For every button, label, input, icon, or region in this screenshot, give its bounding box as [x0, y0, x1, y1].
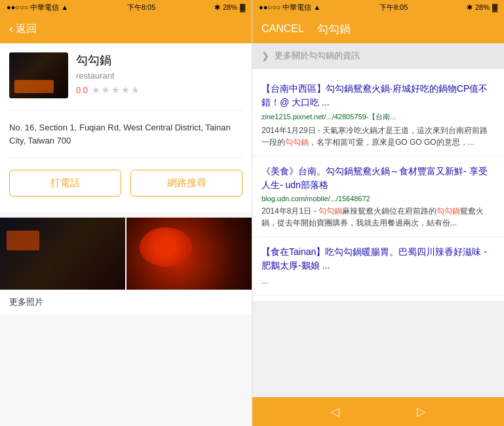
right-nav-bar: CANCEL 勾勾鍋: [252, 14, 504, 43]
web-search-button[interactable]: 網路搜尋: [130, 170, 242, 197]
place-rating: 0.0 ★ ★ ★ ★ ★: [76, 85, 140, 95]
back-label: 返回: [16, 22, 37, 36]
result-1-url: zine1215.pixnet.net/.../42805759-【台南...: [262, 112, 495, 122]
rating-number: 0.0: [76, 85, 88, 95]
star-rating: ★ ★ ★ ★ ★: [92, 85, 140, 95]
result-3-title: 【食在Tainan】吃勾勾鍋暖腸胃。巴蜀四川辣香好滋味 - 肥鵝太厚-鵝娘 ..…: [262, 245, 495, 273]
right-status-bar: ●●○○○ 中華電信 ▲ 下午8:05 ✱ 28% ▓: [252, 0, 504, 14]
left-content: 勾勾鍋 restaurant 0.0 ★ ★ ★ ★ ★: [0, 43, 252, 426]
photo-dark-image: [0, 218, 125, 290]
highlight-1: 勾勾鍋: [285, 138, 309, 147]
search-result-3[interactable]: 【食在Tainan】吃勾勾鍋暖腸胃。巴蜀四川辣香好滋味 - 肥鵝太厚-鵝娘 ..…: [252, 237, 504, 296]
photo-1[interactable]: [0, 218, 125, 290]
more-photos-bar[interactable]: 更多照片: [0, 290, 252, 315]
divider-2: [9, 157, 242, 158]
back-nav-arrow[interactable]: ◁: [330, 404, 339, 419]
bluetooth-icon: ✱: [214, 3, 220, 12]
left-status-bar: ●●○○○ 中華電信 ▲ 下午8:05 ✱ 28% ▓: [0, 0, 252, 14]
search-result-1[interactable]: 【台南中西區】勾勾鍋鴛鴦火鍋·府城好吃的鍋物CP值不錯！@ 大口吃 ... zi…: [252, 74, 504, 157]
photo-2[interactable]: [126, 218, 252, 290]
right-nav-title: 勾勾鍋: [317, 22, 351, 37]
more-info-bar: ❯ 更多關於勾勾鍋的資訊: [252, 43, 504, 69]
thumbnail-image: [9, 52, 68, 98]
left-time: 下午8:05: [127, 3, 155, 12]
right-time: 下午8:05: [379, 3, 408, 12]
forward-nav-arrow[interactable]: ▷: [417, 404, 426, 419]
place-category: restaurant: [76, 71, 140, 81]
left-nav-bar: ‹ 返回: [0, 14, 252, 43]
result-3-snippet: ...: [262, 275, 495, 287]
right-battery-level: 28%: [475, 3, 490, 11]
more-photos-label: 更多照片: [9, 296, 43, 308]
right-battery-icon: ▓: [492, 3, 497, 11]
place-card: 勾勾鍋 restaurant 0.0 ★ ★ ★ ★ ★: [0, 43, 252, 212]
place-address: No. 16, Section 1, Fuqian Rd, West Centr…: [9, 116, 242, 152]
star-5: ★: [131, 85, 140, 95]
left-battery-icons: ✱ 28% ▓: [214, 3, 245, 12]
right-panel: ●●○○○ 中華電信 ▲ 下午8:05 ✱ 28% ▓ CANCEL 勾勾鍋 ❯…: [252, 0, 504, 426]
action-buttons: 打電話 網路搜尋: [9, 163, 242, 203]
right-bottom-bar: ◁ ▷: [252, 397, 504, 426]
result-1-title: 【台南中西區】勾勾鍋鴛鴦火鍋·府城好吃的鍋物CP值不錯！@ 大口吃 ...: [262, 82, 495, 109]
highlight-2: 勾勾鍋: [319, 206, 342, 216]
battery-level: 28%: [223, 3, 237, 11]
call-button[interactable]: 打電話: [9, 170, 121, 197]
highlight-3: 勾勾鍋: [436, 206, 460, 216]
result-2-snippet: 2014年8月1日 - 勾勾鍋麻辣鴛鴦火鍋位在府前路的勾勾鍋鴛鴦火鍋，從去年開始…: [262, 205, 495, 229]
right-bluetooth-icon: ✱: [467, 3, 473, 12]
result-2-title: 《美食》台南。勾勾鍋鴛鴦火鍋～食材豐富又新鮮- 享受人生- udn部落格: [262, 165, 495, 192]
place-info: 勾勾鍋 restaurant 0.0 ★ ★ ★ ★ ★: [76, 52, 140, 98]
photos-section: [0, 218, 252, 290]
search-result-2[interactable]: 《美食》台南。勾勾鍋鴛鴦火鍋～食材豐富又新鮮- 享受人生- udn部落格 blo…: [252, 157, 504, 237]
more-info-text: 更多關於勾勾鍋的資訊: [275, 50, 360, 62]
right-carrier-signal: ●●○○○ 中華電信 ▲: [259, 3, 320, 12]
star-1: ★: [92, 85, 100, 95]
chevron-down-icon: ❯: [262, 50, 269, 61]
place-name: 勾勾鍋: [76, 52, 140, 68]
back-arrow-icon: ‹: [9, 22, 13, 36]
web-content: ❯ 更多關於勾勾鍋的資訊 【台南中西區】勾勾鍋鴛鴦火鍋·府城好吃的鍋物CP值不錯…: [252, 43, 504, 397]
search-results: 【台南中西區】勾勾鍋鴛鴦火鍋·府城好吃的鍋物CP值不錯！@ 大口吃 ... zi…: [252, 69, 504, 301]
place-header: 勾勾鍋 restaurant 0.0 ★ ★ ★ ★ ★: [9, 52, 242, 98]
star-3: ★: [111, 85, 120, 95]
result-1-snippet: 2014年1月29日 - 天氣寒冷吃火鍋才是王道，這次來到台南府前路一段的勾勾鍋…: [262, 125, 495, 148]
battery-icon: ▓: [240, 3, 245, 11]
photo-food-image: [126, 218, 252, 290]
right-battery-icons: ✱ 28% ▓: [467, 3, 497, 12]
back-button[interactable]: ‹ 返回: [9, 22, 37, 36]
divider-1: [9, 110, 242, 111]
cancel-button[interactable]: CANCEL: [262, 23, 304, 35]
star-2: ★: [102, 85, 110, 95]
place-thumbnail: [9, 52, 68, 98]
left-panel: ●●○○○ 中華電信 ▲ 下午8:05 ✱ 28% ▓ ‹ 返回 勾勾鍋 r: [0, 0, 252, 426]
result-2-url: blog.udn.com/mobile/.../15648672: [262, 195, 495, 203]
left-carrier-signal: ●●○○○ 中華電信 ▲: [7, 3, 68, 12]
star-4: ★: [121, 85, 130, 95]
